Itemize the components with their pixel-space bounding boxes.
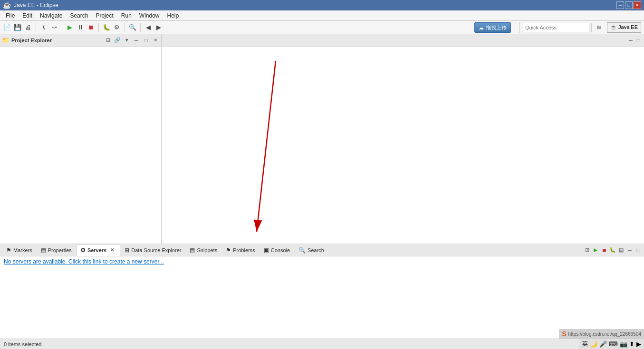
tab-servers[interactable]: ⚙ Servers ✕ bbox=[76, 245, 120, 256]
servers-content: No servers are available. Click this lin… bbox=[0, 256, 644, 339]
toolbar-run[interactable]: ▶ bbox=[65, 22, 75, 33]
tab-servers-label: Servers bbox=[87, 247, 106, 253]
tray-icon-6[interactable]: ⬆ bbox=[629, 340, 634, 348]
panel-minimize-btn[interactable]: ─ bbox=[133, 37, 140, 44]
toolbar-new[interactable]: 📄 bbox=[2, 22, 12, 33]
datasource-icon: ⊞ bbox=[125, 247, 129, 254]
editor-header: ─ □ bbox=[162, 34, 644, 47]
toolbar-suspend[interactable]: ⏸ bbox=[75, 22, 86, 33]
menu-search[interactable]: Search bbox=[66, 11, 92, 20]
bottom-panel: ⚑ Markers ▤ Properties ⚙ Servers ✕ ⊞ Dat… bbox=[0, 244, 644, 339]
tray-icon-1[interactable]: 英 bbox=[582, 340, 588, 348]
tab-problems[interactable]: ⚑ Problems bbox=[221, 245, 259, 256]
tray-icon-5[interactable]: 📷 bbox=[620, 340, 627, 348]
tab-action-minimize[interactable]: ─ bbox=[626, 246, 634, 254]
collapse-all-btn[interactable]: ⊟ bbox=[104, 37, 112, 44]
bottom-tab-bar: ⚑ Markers ▤ Properties ⚙ Servers ✕ ⊞ Dat… bbox=[0, 244, 644, 256]
tab-bar-actions: ⊞ ▶ ⏹ 🐛 ▤ ─ □ bbox=[583, 246, 642, 254]
toolbar-btn-2b[interactable]: ⤻ bbox=[49, 22, 59, 33]
tab-properties-label: Properties bbox=[48, 247, 72, 253]
java-ee-perspective[interactable]: ☕ Java EE bbox=[607, 22, 641, 33]
perspective-open-btn[interactable]: ⊞ bbox=[594, 22, 604, 33]
tab-search-label: Search bbox=[308, 247, 324, 253]
tab-action-maximize[interactable]: □ bbox=[634, 246, 642, 254]
tab-action-start[interactable]: ▶ bbox=[592, 246, 599, 254]
app-icon: ☕ bbox=[3, 1, 11, 9]
quick-access-input[interactable] bbox=[523, 23, 589, 32]
tab-snippets[interactable]: ▤ Snippets bbox=[185, 245, 221, 256]
system-tray: 英 🌙 🎤 ⌨ 📷 ⬆ ▶ bbox=[579, 339, 644, 349]
toolbar-search[interactable]: 🔍 bbox=[127, 22, 138, 33]
minimize-button[interactable]: ─ bbox=[616, 1, 624, 9]
toolbar-stop[interactable]: ⏹ bbox=[86, 22, 96, 33]
tab-action-new-server[interactable]: ⊞ bbox=[583, 246, 591, 254]
create-server-link[interactable]: No servers are available. Click this lin… bbox=[4, 258, 164, 265]
menu-project[interactable]: Project bbox=[92, 11, 117, 20]
app-title: Java EE - Eclipse bbox=[14, 2, 58, 9]
toolbar-sep-3 bbox=[98, 23, 99, 32]
tab-snippets-label: Snippets bbox=[197, 247, 217, 253]
search-tab-icon: 🔍 bbox=[298, 247, 306, 254]
editor-minimize-btn[interactable]: ─ bbox=[627, 37, 634, 44]
tab-action-menu[interactable]: ▤ bbox=[617, 246, 625, 254]
toolbar-save[interactable]: 💾 bbox=[12, 22, 23, 33]
toolbar-back[interactable]: ◀ bbox=[143, 22, 154, 33]
problems-icon: ⚑ bbox=[226, 247, 231, 254]
toolbar: 📄 💾 🖨 ⤹ ⤻ ▶ ⏸ ⏹ 🐛 ⚙ 🔍 ◀ ▶ bbox=[0, 21, 519, 34]
tab-markers[interactable]: ⚑ Markers bbox=[2, 245, 37, 256]
upload-icon: ☁ bbox=[479, 25, 484, 31]
panel-maximize-btn[interactable]: □ bbox=[142, 37, 150, 44]
toolbar-print[interactable]: 🖨 bbox=[23, 22, 33, 33]
toolbar-sep-4 bbox=[125, 23, 125, 32]
close-button[interactable]: ✕ bbox=[634, 1, 641, 9]
project-explorer-title: Project Explorer bbox=[11, 38, 102, 43]
tab-console-label: Console bbox=[271, 247, 290, 253]
watermark: S https://blog.csdn.net/qq_22669504 bbox=[559, 329, 644, 339]
content-area: 📁 Project Explorer ⊟ 🔗 ▾ ─ □ ✕ ─ □ bbox=[0, 34, 644, 244]
menu-navigate[interactable]: Navigate bbox=[36, 11, 66, 20]
tab-properties[interactable]: ▤ Properties bbox=[37, 245, 76, 256]
menu-bar: File Edit Navigate Search Project Run Wi… bbox=[0, 10, 644, 21]
status-bar: 0 items selected bbox=[0, 339, 644, 349]
project-explorer-close[interactable]: ✕ bbox=[152, 37, 159, 44]
main-layout: 📁 Project Explorer ⊟ 🔗 ▾ ─ □ ✕ ─ □ bbox=[0, 34, 644, 339]
menu-window[interactable]: Window bbox=[135, 11, 163, 20]
toolbar-btn-2a[interactable]: ⤹ bbox=[38, 22, 49, 33]
editor-maximize-btn[interactable]: □ bbox=[634, 37, 642, 44]
tab-servers-close[interactable]: ✕ bbox=[108, 246, 116, 254]
tab-action-stop[interactable]: ⏹ bbox=[600, 246, 608, 254]
menu-edit[interactable]: Edit bbox=[19, 11, 36, 20]
toolbar-fwd[interactable]: ▶ bbox=[154, 22, 164, 33]
tab-datasource[interactable]: ⊞ Data Source Explorer bbox=[120, 245, 185, 256]
status-text: 0 items selected bbox=[4, 341, 41, 347]
toolbar-debug[interactable]: 🐛 bbox=[101, 22, 112, 33]
tray-icon-2[interactable]: 🌙 bbox=[590, 340, 597, 348]
quick-sep bbox=[591, 23, 592, 32]
toolbar-sep-5 bbox=[140, 23, 141, 32]
console-icon: ▣ bbox=[264, 247, 269, 254]
upload-button[interactable]: ☁ 拖拽上传 bbox=[474, 22, 511, 33]
tab-datasource-label: Data Source Explorer bbox=[131, 247, 181, 253]
menu-help[interactable]: Help bbox=[163, 11, 183, 20]
properties-icon: ▤ bbox=[41, 247, 46, 254]
menu-file[interactable]: File bbox=[2, 11, 19, 20]
tray-icon-7[interactable]: ▶ bbox=[636, 340, 641, 348]
toolbar-server[interactable]: ⚙ bbox=[112, 22, 122, 33]
editor-area: ─ □ bbox=[162, 34, 644, 244]
maximize-button[interactable]: □ bbox=[625, 1, 633, 9]
tray-icon-4[interactable]: ⌨ bbox=[609, 340, 618, 348]
markers-icon: ⚑ bbox=[6, 247, 11, 254]
toolbar-sep-2 bbox=[62, 23, 62, 32]
link-editor-btn[interactable]: 🔗 bbox=[114, 37, 121, 44]
tab-console[interactable]: ▣ Console bbox=[260, 245, 294, 256]
tray-icon-3[interactable]: 🎤 bbox=[599, 340, 607, 348]
toolbar-sep-1 bbox=[36, 23, 36, 32]
tab-markers-label: Markers bbox=[13, 247, 32, 253]
menu-run[interactable]: Run bbox=[117, 11, 135, 20]
tab-problems-label: Problems bbox=[233, 247, 255, 253]
servers-icon: ⚙ bbox=[80, 247, 86, 254]
tab-action-debug[interactable]: 🐛 bbox=[609, 246, 616, 254]
arrow-annotation bbox=[162, 47, 644, 244]
panel-menu-btn[interactable]: ▾ bbox=[123, 37, 131, 44]
tab-search[interactable]: 🔍 Search bbox=[294, 245, 328, 256]
